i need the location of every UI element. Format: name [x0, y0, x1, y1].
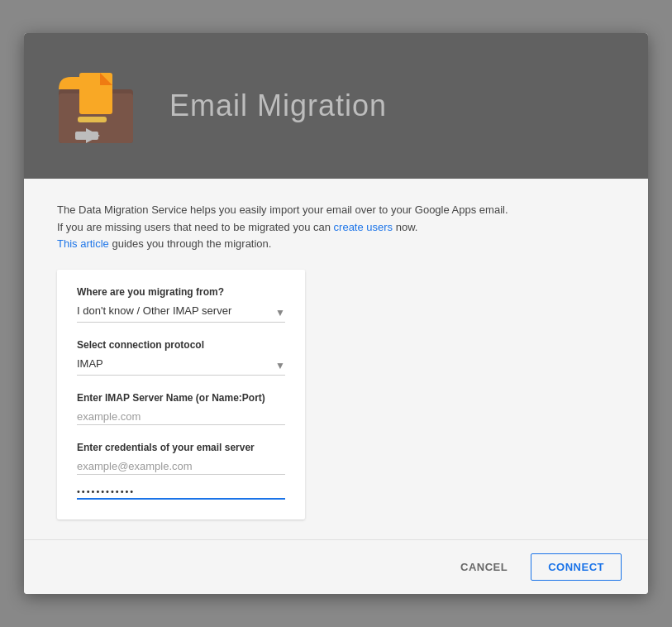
server-group: Enter IMAP Server Name (or Name:Port): [77, 392, 285, 425]
description-text: The Data Migration Service helps you eas…: [57, 202, 615, 253]
credentials-group: Enter credentials of your email server: [77, 442, 285, 500]
password-input-wrapper: [77, 483, 285, 500]
create-users-link[interactable]: create users: [334, 221, 393, 233]
protocol-group: Select connection protocol IMAP POP3 ▼: [77, 339, 285, 376]
dialog-footer: CANCEL CONNECT: [24, 539, 648, 594]
cancel-button[interactable]: CANCEL: [450, 554, 517, 580]
email-migration-dialog: Email Migration The Data Migration Servi…: [24, 33, 648, 594]
protocol-select[interactable]: IMAP POP3: [77, 356, 285, 371]
this-article-link[interactable]: This article: [57, 237, 109, 250]
svg-rect-4: [78, 117, 107, 122]
app-icon: [50, 56, 150, 156]
source-select-wrapper: Gmail Yahoo Outlook I don't know / Other…: [77, 303, 285, 323]
credentials-label: Enter credentials of your email server: [77, 442, 285, 453]
protocol-select-wrapper: IMAP POP3 ▼: [77, 356, 285, 376]
dialog-body: The Data Migration Service helps you eas…: [24, 179, 648, 539]
source-select[interactable]: Gmail Yahoo Outlook I don't know / Other…: [77, 303, 285, 318]
connect-button[interactable]: CONNECT: [531, 553, 622, 581]
dialog-title: Email Migration: [169, 89, 387, 123]
svg-rect-6: [75, 132, 98, 140]
migration-form: Where are you migrating from? Gmail Yaho…: [57, 270, 305, 519]
source-group: Where are you migrating from? Gmail Yaho…: [77, 286, 285, 323]
dialog-header: Email Migration: [24, 33, 648, 179]
email-input-wrapper: [77, 458, 285, 475]
password-input[interactable]: [77, 485, 285, 498]
source-label: Where are you migrating from?: [77, 286, 285, 298]
server-input-wrapper: [77, 409, 285, 425]
server-label: Enter IMAP Server Name (or Name:Port): [77, 392, 285, 404]
svg-rect-2: [79, 73, 112, 114]
server-input[interactable]: [77, 409, 285, 424]
protocol-label: Select connection protocol: [77, 339, 285, 351]
email-input[interactable]: [77, 458, 285, 474]
